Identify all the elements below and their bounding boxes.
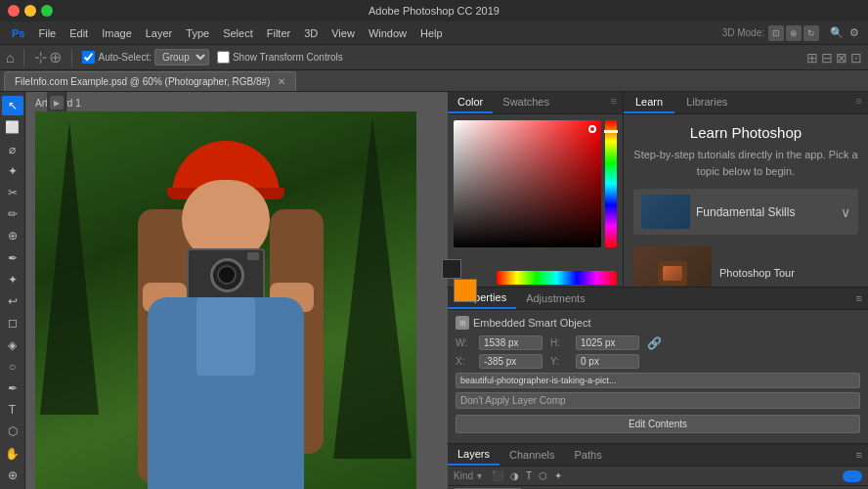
height-value[interactable]: 1025 px (576, 335, 639, 350)
dodge-tool[interactable]: ○ (2, 357, 23, 377)
jacket-center (196, 297, 255, 376)
brush-tool[interactable]: ✒ (2, 248, 23, 268)
crop-tool[interactable]: ✂ (2, 183, 23, 202)
tab-libraries[interactable]: Libraries (674, 92, 739, 113)
history-tool[interactable]: ↩ (2, 291, 23, 311)
menu-view[interactable]: View (326, 25, 361, 41)
lasso-tool[interactable]: ⌀ (2, 139, 23, 158)
workspace-icon[interactable]: ⚙ (846, 25, 862, 41)
menu-select[interactable]: Select (217, 25, 259, 41)
background-color-swatch[interactable] (442, 259, 461, 279)
healing-tool[interactable]: ⊕ (2, 226, 23, 245)
3d-btn-1[interactable]: ⊡ (768, 25, 784, 41)
filter-shape-icon[interactable]: ⬡ (537, 469, 549, 482)
menu-file[interactable]: File (32, 25, 62, 41)
shape-tool[interactable]: ⬡ (2, 422, 23, 441)
spectrum-bar[interactable] (497, 271, 617, 285)
filter-pixel-icon[interactable]: ⬛ (490, 469, 505, 482)
person-silhouette (118, 131, 333, 489)
filter-adjustment-icon[interactable]: ◑ (508, 469, 521, 482)
foreground-color-swatch[interactable] (454, 279, 477, 302)
eyedropper-tool[interactable]: ✏ (2, 204, 23, 224)
learn-panel: Learn Libraries ≡ Learn Photoshop Step-b… (624, 92, 868, 287)
photoshop-tour-thumb (633, 246, 712, 287)
edit-contents-button[interactable]: Edit Contents (456, 415, 860, 433)
menu-type[interactable]: Type (180, 25, 215, 41)
window-controls (8, 5, 53, 17)
layer-comp-select[interactable]: Don't Apply Layer Comp (456, 392, 860, 409)
close-tab-icon[interactable]: ✕ (278, 76, 285, 87)
tab-paths[interactable]: Paths (565, 445, 612, 465)
layers-tabs: Layers Channels Paths ≡ (448, 444, 868, 467)
gradient-tool[interactable]: ◈ (2, 334, 23, 354)
text-tool[interactable]: T (2, 400, 23, 420)
filter-toggle[interactable] (843, 470, 862, 482)
learn-panel-menu-icon[interactable]: ≡ (850, 92, 868, 113)
learn-section-fundamental: Fundamental Skills ∨ (633, 189, 858, 235)
learn-section-header-fundamental[interactable]: Fundamental Skills ∨ (633, 189, 858, 235)
home-btn[interactable]: ⌂ (6, 50, 14, 66)
filter-type-icon[interactable]: T (524, 469, 534, 482)
tab-color[interactable]: Color (448, 92, 493, 113)
maximize-button[interactable] (41, 5, 53, 17)
tab-bar: FileInfo.com Example.psd @ 60% (Photogra… (0, 70, 868, 92)
tab-learn[interactable]: Learn (624, 92, 674, 113)
tab-layers[interactable]: Layers (448, 444, 499, 466)
hand-tool[interactable]: ✋ (2, 444, 23, 464)
menu-help[interactable]: Help (414, 25, 449, 41)
mini-btn[interactable]: ▶ (50, 96, 64, 110)
pen-tool[interactable]: ✒ (2, 378, 23, 398)
color-gradient[interactable] (454, 120, 601, 247)
link-icon[interactable]: 🔗 (647, 336, 662, 350)
arrange-btn-2[interactable]: ⊕ (49, 48, 62, 67)
color-panel-menu-icon[interactable]: ≡ (605, 92, 623, 113)
menu-edit[interactable]: Edit (64, 25, 94, 41)
document-tab[interactable]: FileInfo.com Example.psd @ 60% (Photogra… (4, 71, 296, 91)
menu-window[interactable]: Window (363, 25, 412, 41)
filter-smart-icon[interactable]: ✦ (552, 469, 564, 482)
menu-ps[interactable]: Ps (6, 25, 30, 41)
color-picker-dot[interactable] (588, 125, 596, 133)
width-value[interactable]: 1538 px (479, 335, 542, 350)
height-label: H: (550, 337, 568, 348)
select-rect-tool[interactable]: ⬜ (2, 117, 23, 137)
align-center-icon[interactable]: ⊟ (821, 50, 833, 66)
tab-swatches[interactable]: Swatches (493, 92, 559, 113)
transform-controls-option: Show Transform Controls (217, 51, 343, 64)
move-tool[interactable]: ↖ (2, 96, 23, 115)
hue-indicator (604, 130, 618, 133)
close-button[interactable] (8, 5, 20, 17)
menu-filter[interactable]: Filter (261, 25, 296, 41)
auto-select-dropdown[interactable]: Group Layer (154, 49, 209, 66)
options-bar: ⌂ ⊹ ⊕ Auto-Select: Group Layer Show Tran… (0, 45, 868, 70)
stamp-tool[interactable]: ✦ (2, 270, 23, 289)
3d-btn-2[interactable]: ⊕ (786, 25, 802, 41)
eraser-tool[interactable]: ◻ (2, 313, 23, 333)
align-left-icon[interactable]: ⊞ (806, 50, 818, 66)
menu-layer[interactable]: Layer (140, 25, 179, 41)
color-hue-bar[interactable] (605, 120, 617, 247)
layers-options-btn[interactable]: ≡ (850, 447, 868, 463)
3d-btn-3[interactable]: ↻ (803, 25, 819, 41)
transform-checkbox[interactable] (217, 51, 230, 64)
arrange-btn-1[interactable]: ⊹ (34, 48, 47, 67)
y-value[interactable]: 0 px (576, 354, 639, 369)
tab-channels[interactable]: Channels (499, 445, 564, 465)
search-icon[interactable]: 🔍 (829, 25, 845, 41)
menu-3d[interactable]: 3D (298, 25, 324, 41)
zoom-tool[interactable]: ⊕ (2, 466, 23, 485)
distribute-icon[interactable]: ⊡ (850, 50, 862, 66)
x-value[interactable]: -385 px (479, 354, 542, 369)
tutorial-photoshop-tour[interactable]: Photoshop Tour (633, 241, 858, 287)
minimize-button[interactable] (24, 5, 36, 17)
menu-image[interactable]: Image (96, 25, 138, 41)
quick-select-tool[interactable]: ✦ (2, 161, 23, 181)
smart-object-icon: ⊞ (456, 316, 469, 330)
canvas-area[interactable]: Artboard 1 ▶ (25, 92, 448, 489)
auto-select-checkbox[interactable] (82, 51, 95, 64)
tab-adjustments[interactable]: Adjustments (516, 289, 595, 308)
align-right-icon[interactable]: ⊠ (836, 50, 847, 66)
camera-top-btn (247, 252, 259, 260)
camera-body (187, 248, 265, 302)
properties-options-btn[interactable]: ≡ (850, 290, 868, 306)
